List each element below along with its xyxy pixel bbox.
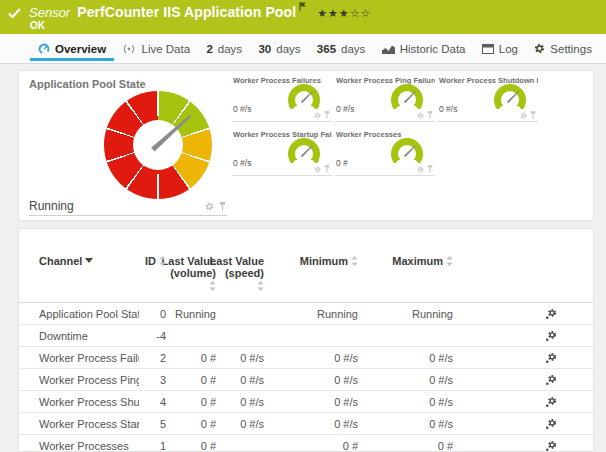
tab-log[interactable]: Log	[480, 34, 520, 63]
mini-gauge-value: 0 #/s	[233, 104, 251, 114]
mini-gauge-tile: Worker Process Shutdown Fa... 0 #/s	[438, 73, 538, 122]
cell-minimum: 0 #/s	[264, 374, 358, 386]
historic-chart-icon	[382, 44, 395, 54]
edit-channel-wrench-icon[interactable]	[545, 374, 557, 386]
cell-maximum: 0 #	[358, 440, 453, 452]
mini-gauge-tile: Worker Process Startup Failu... 0 #/s	[232, 127, 332, 176]
cell-id: 5	[139, 418, 166, 430]
stars-filled: ★★★	[317, 7, 350, 19]
gauge-pin-icon[interactable]	[219, 202, 226, 211]
cell-last-value-speed: 0 #/s	[216, 374, 264, 386]
channel-table-body: Application Pool State 0 Running Running…	[19, 303, 593, 452]
tab-2-days[interactable]: 2 days	[204, 34, 244, 63]
mini-pin-icon[interactable]	[324, 165, 330, 173]
cell-channel: Worker Process Startup...	[39, 418, 139, 430]
col-channel[interactable]: Channel	[39, 255, 139, 267]
cell-id: 2	[139, 352, 166, 364]
cell-channel: Application Pool State	[39, 308, 139, 320]
mini-gauge-needle	[404, 145, 417, 158]
channel-row: Worker Process Shutdo... 4 0 # 0 #/s 0 #…	[19, 391, 593, 413]
cell-last-value-speed: 0 #/s	[216, 352, 264, 364]
edit-channel-wrench-icon[interactable]	[545, 440, 557, 452]
mini-gauge-arc	[391, 84, 423, 116]
tab-bar: Overview Live Data 2 days 30 days 365 da…	[0, 34, 606, 64]
sort-icon	[159, 256, 166, 266]
cell-id: -4	[139, 330, 166, 342]
channel-row: Worker Processes 1 0 # 0 # 0 #	[19, 435, 593, 452]
sensor-status-badge: OK	[30, 20, 45, 31]
cell-minimum: 0 #	[264, 440, 358, 452]
mini-gauge-arc	[391, 138, 423, 170]
cell-maximum: 0 #/s	[358, 396, 453, 408]
edit-channel-wrench-icon[interactable]	[545, 352, 557, 364]
cell-last-value-speed: 0 #/s	[216, 396, 264, 408]
mini-pin-icon[interactable]	[427, 111, 433, 119]
channel-table-header: Channel ID Last Value (volume) Last Valu…	[19, 229, 593, 303]
sort-icon	[257, 281, 264, 291]
sensor-header: Sensor PerfCounter IIS Application Pool …	[0, 0, 606, 34]
channel-row: Worker Process Ping Fa... 3 0 # 0 #/s 0 …	[19, 369, 593, 391]
channel-row: Worker Process Failures 2 0 # 0 #/s 0 #/…	[19, 347, 593, 369]
gauge-gear-icon[interactable]	[205, 202, 214, 211]
application-pool-state-gauge	[104, 91, 212, 199]
mini-gauge-arc	[288, 84, 320, 116]
tab-historic-data[interactable]: Historic Data	[380, 34, 468, 63]
edit-channel-wrench-icon[interactable]	[545, 308, 557, 320]
tab-live-data[interactable]: Live Data	[120, 34, 192, 63]
channel-row: Worker Process Startup... 5 0 # 0 #/s 0 …	[19, 413, 593, 435]
mini-gauge-tile: Worker Process Ping Failures 0 #/s	[335, 73, 435, 122]
sort-icon	[209, 281, 216, 291]
sensor-title: PerfCounter IIS Application Pool	[77, 4, 296, 20]
live-signal-icon	[122, 44, 136, 54]
col-minimum[interactable]: Minimum	[264, 255, 358, 267]
cell-channel: Worker Process Ping Fa...	[39, 374, 139, 386]
main-gauge-title: Application Pool State	[29, 78, 146, 90]
priority-stars[interactable]: ★★★☆☆	[317, 7, 371, 20]
log-table-icon	[482, 44, 494, 54]
cell-channel: Worker Process Shutdo...	[39, 396, 139, 408]
mini-gauge-arc	[494, 84, 526, 116]
cell-maximum: Running	[358, 308, 453, 320]
overview-panel: Application Pool State Running Worker Pr…	[18, 70, 594, 221]
mini-pin-icon[interactable]	[530, 111, 536, 119]
cell-last-value-speed: 0 #/s	[216, 418, 264, 430]
stars-empty: ☆☆	[350, 7, 372, 19]
mini-gauge-needle	[404, 91, 417, 104]
edit-channel-wrench-icon[interactable]	[545, 396, 557, 408]
cell-last-value-volume: 0 #	[166, 440, 216, 452]
cell-last-value-volume: Running	[166, 308, 216, 320]
tab-365-days[interactable]: 365 days	[315, 34, 367, 63]
mini-pin-icon[interactable]	[427, 165, 433, 173]
cell-maximum: 0 #/s	[358, 352, 453, 364]
cell-id: 3	[139, 374, 166, 386]
mini-gauge-needle	[301, 145, 314, 158]
overview-gauge-icon	[38, 43, 50, 55]
mini-gauge-value: 0 #/s	[439, 104, 457, 114]
col-maximum[interactable]: Maximum	[358, 255, 453, 267]
tab-overview[interactable]: Overview	[36, 34, 108, 63]
settings-gear-icon	[534, 43, 545, 54]
status-ok-check-icon	[8, 8, 21, 19]
cell-id: 1	[139, 440, 166, 452]
cell-minimum: Running	[264, 308, 358, 320]
cell-last-value-volume: 0 #	[166, 396, 216, 408]
mini-pin-icon[interactable]	[324, 111, 330, 119]
cell-maximum: 0 #/s	[358, 374, 453, 386]
edit-channel-wrench-icon[interactable]	[545, 330, 557, 342]
cell-maximum: 0 #/s	[358, 418, 453, 430]
sort-icon	[351, 256, 358, 266]
sort-desc-icon	[85, 258, 93, 263]
cell-minimum: 0 #/s	[264, 418, 358, 430]
cell-channel: Downtime	[39, 330, 139, 342]
cell-last-value-volume: 0 #	[166, 374, 216, 386]
cell-last-value-volume: 0 #	[166, 352, 216, 364]
mini-gauges: Worker Process Failures 0 #/s	[232, 73, 541, 176]
mini-gauge-needle	[507, 91, 520, 104]
mini-gauge-value: 0 #/s	[233, 158, 251, 168]
cell-id: 4	[139, 396, 166, 408]
flag-icon	[299, 2, 307, 11]
tab-settings[interactable]: Settings	[532, 34, 594, 63]
channel-row: Application Pool State 0 Running Running…	[19, 303, 593, 325]
tab-30-days[interactable]: 30 days	[256, 34, 302, 63]
edit-channel-wrench-icon[interactable]	[545, 418, 557, 430]
